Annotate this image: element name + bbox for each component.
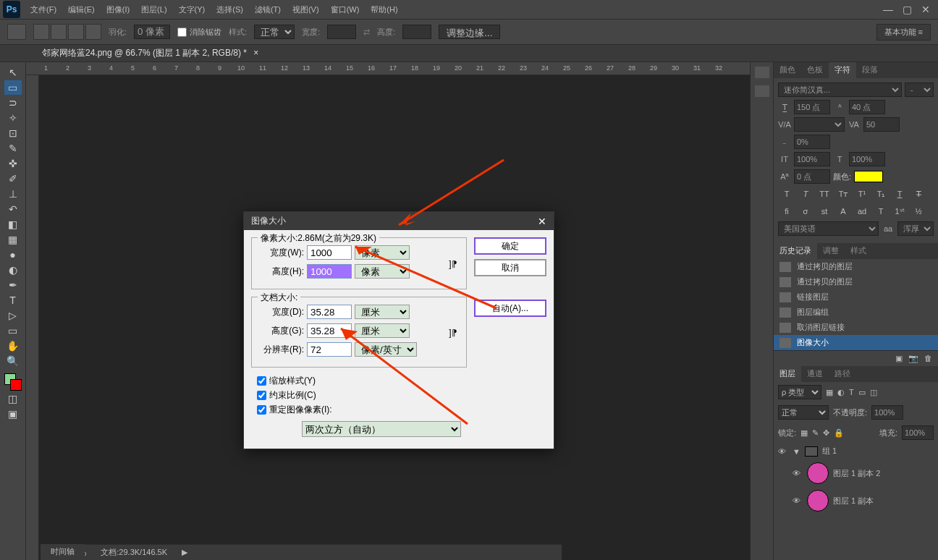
path-select-tool[interactable]: ▷ <box>4 308 22 323</box>
eraser-tool[interactable]: ◧ <box>4 217 22 232</box>
ok-button[interactable]: 确定 <box>474 237 546 255</box>
antialias-checkbox[interactable] <box>177 27 187 37</box>
minimize-button[interactable]: — <box>879 2 897 17</box>
bold-button[interactable]: T <box>778 187 795 201</box>
tool-preset-icon[interactable] <box>7 24 26 40</box>
filter-image-icon[interactable]: ▦ <box>826 388 833 397</box>
menu-file[interactable]: 文件(F) <box>25 4 62 15</box>
layer-name[interactable]: 图层 1 副本 2 <box>833 468 880 479</box>
patch-tool[interactable]: ✜ <box>4 156 22 171</box>
cancel-button[interactable]: 取消 <box>474 259 546 276</box>
tab-adjustments[interactable]: 调整 <box>817 243 845 259</box>
aa-button[interactable]: A <box>835 204 852 219</box>
wand-tool[interactable]: ✧ <box>4 111 22 125</box>
new-selection-icon[interactable] <box>33 24 49 40</box>
menu-select[interactable]: 选择(S) <box>211 4 249 15</box>
doc-height-unit[interactable]: 厘米 <box>355 323 410 338</box>
intersect-selection-icon[interactable] <box>85 24 101 40</box>
layer-group-row[interactable]: 👁 ▼ 组 1 <box>774 443 938 459</box>
tab-close-icon[interactable]: × <box>253 48 258 58</box>
tab-channels[interactable]: 通道 <box>801 366 829 382</box>
dialog-titlebar[interactable]: 图像大小 ✕ <box>244 212 554 230</box>
lasso-tool[interactable]: ⊃ <box>4 96 22 110</box>
doc-link-icon[interactable]: ]⁋ <box>446 305 460 361</box>
zoom-tool[interactable]: 🔍 <box>4 354 22 368</box>
height-input[interactable] <box>402 25 431 39</box>
aa-select[interactable]: 浑厚 <box>897 221 934 236</box>
smallcaps-button[interactable]: Tᴛ <box>835 187 852 201</box>
visibility-icon[interactable]: 👁 <box>778 447 788 456</box>
workspace-selector[interactable]: 基本功能 ≡ <box>876 24 931 41</box>
menu-edit[interactable]: 编辑(E) <box>62 4 101 15</box>
resolution-unit[interactable]: 像素/英寸 <box>355 342 417 357</box>
font-size-input[interactable] <box>794 100 830 114</box>
h-scale-input[interactable] <box>794 152 830 166</box>
close-button[interactable]: ✕ <box>916 2 935 17</box>
history-item[interactable]: 通过拷贝的图层 <box>774 274 938 289</box>
lock-paint-icon[interactable]: ✎ <box>812 428 819 438</box>
color-swatches[interactable] <box>4 373 22 391</box>
lock-all-icon[interactable]: 🔒 <box>834 428 844 438</box>
filter-type-icon[interactable]: T <box>849 388 854 396</box>
dock-icon-1[interactable] <box>755 67 769 78</box>
font-style-select[interactable]: - <box>905 82 934 97</box>
resample-checkbox[interactable] <box>257 405 266 415</box>
fill-input[interactable] <box>902 425 934 440</box>
superscript-button[interactable]: T¹ <box>853 187 871 201</box>
dialog-close-icon[interactable]: ✕ <box>538 216 546 227</box>
resolution-input[interactable] <box>307 342 352 357</box>
font-select[interactable]: 迷你简汉真... <box>778 82 902 97</box>
tracking-input[interactable] <box>863 117 900 132</box>
tab-styles[interactable]: 样式 <box>845 243 872 259</box>
document-tab[interactable]: 邻家网络蓝24.png @ 66.7% (图层 1 副本 2, RGB/8) *… <box>35 47 266 59</box>
px-height-input[interactable] <box>307 264 352 279</box>
opacity-input[interactable] <box>871 405 903 420</box>
maximize-button[interactable]: ▢ <box>897 2 916 17</box>
italic-button[interactable]: T <box>797 187 814 201</box>
hand-tool[interactable]: ✋ <box>4 339 22 353</box>
menu-image[interactable]: 图像(I) <box>101 4 135 15</box>
px-link-icon[interactable]: ]⁋ <box>446 245 460 283</box>
timeline-tab[interactable]: 时间轴 <box>41 544 85 560</box>
leading-input[interactable] <box>849 100 885 114</box>
layer-thumbnail[interactable] <box>807 462 829 484</box>
type-tool[interactable]: T <box>4 293 22 307</box>
history-delete-icon[interactable]: 🗑 <box>924 354 932 363</box>
history-item[interactable]: 图像大小 <box>774 335 938 350</box>
dodge-tool[interactable]: ◐ <box>4 263 22 277</box>
crop-tool[interactable]: ⊡ <box>4 126 22 140</box>
history-snapshot-icon[interactable]: ▣ <box>895 354 903 363</box>
tab-layers[interactable]: 图层 <box>774 366 801 382</box>
language-select[interactable]: 美国英语 <box>778 221 879 236</box>
resample-method-select[interactable]: 两次立方（自动） <box>302 421 461 437</box>
visibility-icon[interactable]: 👁 <box>793 469 803 478</box>
gradient-tool[interactable]: ▦ <box>4 232 22 247</box>
layer-row[interactable]: 👁 图层 1 副本 2 <box>774 459 938 487</box>
kerning-select[interactable] <box>794 117 845 132</box>
doc-height-input[interactable] <box>307 323 352 338</box>
layer-thumbnail[interactable] <box>807 490 829 512</box>
stamp-tool[interactable]: ⊥ <box>4 187 22 201</box>
px-height-unit[interactable]: 像素 <box>355 264 410 279</box>
brush-tool[interactable]: ✐ <box>4 171 22 186</box>
eyedropper-tool[interactable]: ✎ <box>4 141 22 156</box>
screen-mode-tool[interactable]: ▣ <box>4 407 22 421</box>
filter-smart-icon[interactable]: ◫ <box>870 388 877 397</box>
pen-tool[interactable]: ✒ <box>4 278 22 292</box>
ligature-button[interactable]: σ <box>797 204 814 219</box>
style-select[interactable]: 正常 <box>254 25 295 39</box>
subscript-button[interactable]: T₁ <box>872 187 890 201</box>
history-item[interactable]: 通过拷贝的图层 <box>774 259 938 274</box>
half-button[interactable]: ½ <box>910 204 927 219</box>
add-selection-icon[interactable] <box>51 24 67 40</box>
feather-input[interactable] <box>134 25 170 39</box>
text-color-swatch[interactable] <box>854 171 883 182</box>
doc-width-unit[interactable]: 厘米 <box>355 305 410 319</box>
blur-tool[interactable]: ● <box>4 247 22 262</box>
tab-history[interactable]: 历史记录 <box>774 243 817 259</box>
filter-adj-icon[interactable]: ◐ <box>837 388 845 397</box>
group-name[interactable]: 组 1 <box>822 446 837 457</box>
w-scale-input[interactable] <box>849 152 885 166</box>
width-input[interactable] <box>327 25 356 39</box>
underline-button[interactable]: T <box>891 187 908 201</box>
